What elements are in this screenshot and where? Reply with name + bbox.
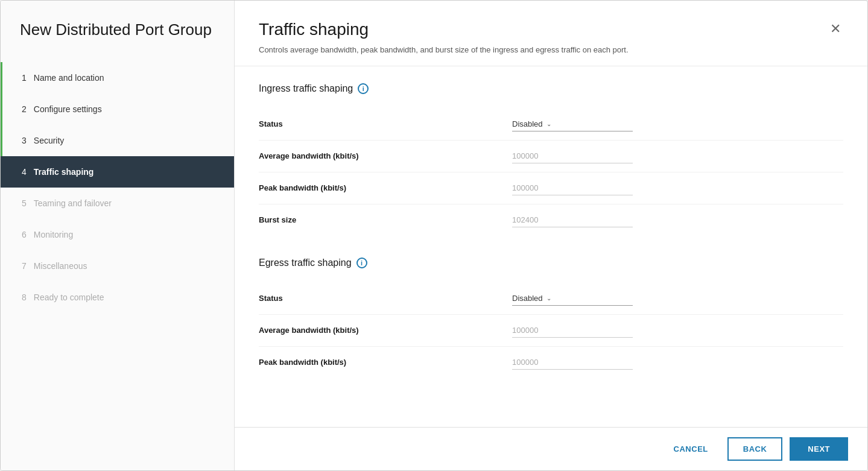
sidebar-step-7: 7Miscellaneous	[1, 250, 234, 282]
sidebar-steps: 1Name and location2Configure settings3Se…	[1, 62, 234, 470]
dialog: New Distributed Port Group 1Name and loc…	[0, 0, 868, 471]
egress-fields-field-0[interactable]: Disabled ⌄	[512, 291, 633, 306]
ingress-fields-field-0[interactable]: Disabled ⌄	[512, 117, 633, 131]
step-label-8: Ready to complete	[34, 292, 104, 302]
step-label-5: Teaming and failover	[34, 198, 112, 208]
step-num-1: 1	[22, 73, 27, 83]
egress-fields: Status Disabled ⌄ Average bandwidth (kbi…	[259, 283, 843, 378]
ingress-fields-select-value-0: Disabled	[512, 119, 543, 128]
back-button[interactable]: BACK	[727, 437, 783, 461]
egress-fields-label-2: Peak bandwidth (kbit/s)	[259, 358, 512, 367]
main-content: Traffic shaping Controls average bandwid…	[235, 1, 867, 470]
main-header: Traffic shaping Controls average bandwid…	[235, 1, 867, 66]
ingress-fields-label-3: Burst size	[259, 215, 512, 224]
egress-fields-field-2[interactable]	[512, 355, 633, 370]
next-button[interactable]: NEXT	[790, 437, 848, 461]
step-num-2: 2	[22, 104, 27, 114]
egress-section: Egress traffic shaping i Status Disabled…	[259, 258, 843, 378]
ingress-fields-field-1[interactable]	[512, 149, 633, 163]
step-label-7: Miscellaneous	[34, 261, 87, 271]
step-label-3: Security	[34, 136, 65, 145]
step-label-4: Traffic shaping	[34, 167, 94, 177]
main-subtitle: Controls average bandwidth, peak bandwid…	[259, 44, 629, 56]
sidebar-step-1[interactable]: 1Name and location	[1, 62, 234, 93]
ingress-info-icon[interactable]: i	[358, 83, 369, 94]
chevron-down-icon: ⌄	[546, 295, 551, 302]
sidebar-step-5: 5Teaming and failover	[1, 188, 234, 219]
step-label-1: Name and location	[34, 73, 104, 83]
ingress-fields-label-0: Status	[259, 119, 512, 128]
ingress-fields-input-1[interactable]	[512, 149, 633, 163]
ingress-fields-input-3[interactable]	[512, 213, 633, 227]
egress-fields-select-0[interactable]: Disabled ⌄	[512, 291, 633, 306]
egress-fields-field-1[interactable]	[512, 323, 633, 338]
egress-fields-label-0: Status	[259, 294, 512, 303]
egress-fields-select-value-0: Disabled	[512, 294, 543, 303]
main-body: Ingress traffic shaping i Status Disable…	[235, 66, 867, 428]
egress-fields-row-1: Average bandwidth (kbit/s)	[259, 315, 843, 347]
egress-section-title: Egress traffic shaping i	[259, 258, 843, 268]
egress-fields-input-1[interactable]	[512, 323, 633, 338]
footer: CANCEL BACK NEXT	[235, 427, 867, 470]
main-header-left: Traffic shaping Controls average bandwid…	[259, 20, 629, 56]
ingress-section-title: Ingress traffic shaping i	[259, 83, 843, 94]
close-icon: ✕	[830, 21, 841, 36]
main-title: Traffic shaping	[259, 20, 629, 39]
step-num-8: 8	[22, 292, 27, 302]
step-label-2: Configure settings	[34, 104, 102, 114]
step-label-6: Monitoring	[34, 230, 73, 239]
ingress-fields-field-3[interactable]	[512, 213, 633, 227]
step-num-4: 4	[22, 167, 27, 177]
egress-fields-input-2[interactable]	[512, 355, 633, 370]
sidebar: New Distributed Port Group 1Name and loc…	[1, 1, 235, 470]
egress-info-icon[interactable]: i	[356, 258, 367, 268]
egress-fields-label-1: Average bandwidth (kbit/s)	[259, 326, 512, 335]
step-num-6: 6	[22, 230, 27, 239]
ingress-fields-row-2: Peak bandwidth (kbit/s)	[259, 172, 843, 204]
ingress-section: Ingress traffic shaping i Status Disable…	[259, 83, 843, 236]
ingress-fields: Status Disabled ⌄ Average bandwidth (kbi…	[259, 109, 843, 236]
egress-fields-row-2: Peak bandwidth (kbit/s)	[259, 347, 843, 378]
close-button[interactable]: ✕	[828, 20, 843, 38]
ingress-fields-label-2: Peak bandwidth (kbit/s)	[259, 183, 512, 192]
ingress-fields-row-3: Burst size	[259, 204, 843, 236]
ingress-fields-row-1: Average bandwidth (kbit/s)	[259, 141, 843, 172]
step-num-5: 5	[22, 198, 27, 208]
egress-fields-row-0: Status Disabled ⌄	[259, 283, 843, 315]
sidebar-step-6: 6Monitoring	[1, 219, 234, 250]
sidebar-step-8: 8Ready to complete	[1, 282, 234, 313]
ingress-fields-label-1: Average bandwidth (kbit/s)	[259, 151, 512, 160]
ingress-fields-input-2[interactable]	[512, 181, 633, 195]
ingress-fields-select-0[interactable]: Disabled ⌄	[512, 117, 633, 131]
ingress-fields-field-2[interactable]	[512, 181, 633, 195]
sidebar-step-4[interactable]: 4Traffic shaping	[1, 156, 234, 188]
cancel-button[interactable]: CANCEL	[662, 438, 720, 460]
sidebar-step-2[interactable]: 2Configure settings	[1, 93, 234, 125]
step-num-7: 7	[22, 261, 27, 271]
ingress-fields-row-0: Status Disabled ⌄	[259, 109, 843, 141]
chevron-down-icon: ⌄	[546, 121, 551, 127]
step-num-3: 3	[22, 136, 27, 145]
sidebar-title: New Distributed Port Group	[1, 20, 234, 62]
sidebar-step-3[interactable]: 3Security	[1, 125, 234, 156]
